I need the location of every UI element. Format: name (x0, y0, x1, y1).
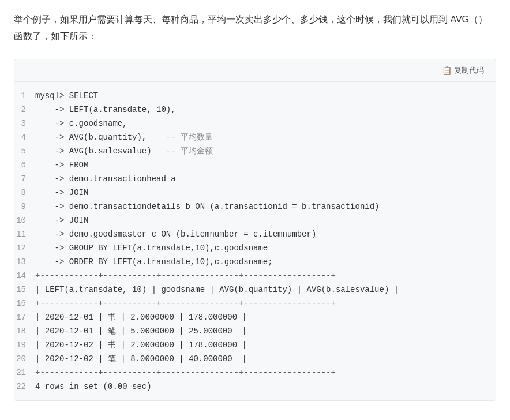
line-code: -> JOIN (35, 214, 88, 227)
line-number: 14 (14, 269, 35, 282)
code-line: 224 rows in set (0.00 sec) (14, 380, 496, 393)
code-line: 18| 2020-12-01 | 笔 | 5.0000000 | 25.0000… (14, 324, 496, 338)
code-line: 10 -> JOIN (14, 213, 496, 227)
line-number: 3 (14, 117, 35, 130)
code-line: 7 -> demo.transactionhead a (14, 172, 496, 186)
code-line: 3 -> c.goodsname, (14, 117, 496, 130)
line-code: -> LEFT(a.transdate, 10), (35, 103, 176, 116)
line-code: -> JOIN (35, 186, 88, 199)
comment-text: -- 平均金额 (166, 147, 213, 156)
code-line: 1mysql> SELECT (14, 89, 496, 103)
line-number: 6 (14, 159, 35, 171)
line-number: 11 (14, 228, 35, 241)
line-code: +------------+-----------+--------------… (35, 297, 336, 310)
line-code: -> demo.goodsmaster c ON (b.itemnumber =… (35, 228, 316, 241)
line-code: mysql> SELECT (35, 89, 98, 102)
line-number: 19 (14, 339, 35, 351)
line-code: +------------+-----------+--------------… (35, 366, 336, 379)
code-line: 8 -> JOIN (14, 186, 496, 200)
code-block: 📋 复制代码 1mysql> SELECT2 -> LEFT(a.transda… (14, 59, 496, 401)
line-code: -> ORDER BY LEFT(a.transdate,10),c.goods… (35, 256, 273, 268)
code-line: 2 -> LEFT(a.transdate, 10), (14, 103, 496, 117)
code-line: 19| 2020-12-02 | 书 | 2.0000000 | 178.000… (14, 338, 496, 352)
line-number: 1 (14, 89, 35, 102)
copy-icon: 📋 (442, 66, 452, 75)
line-number: 17 (14, 311, 35, 324)
code-line: 5 -> AVG(b.salesvalue) -- 平均金额 (14, 144, 496, 158)
line-number: 9 (14, 200, 35, 213)
line-number: 2 (14, 103, 35, 116)
code-line: 6 -> FROM (14, 158, 496, 172)
line-number: 5 (14, 145, 35, 158)
line-number: 22 (14, 380, 35, 393)
line-number: 13 (14, 256, 35, 268)
line-number: 21 (14, 366, 35, 379)
code-line: 9 -> demo.transactiondetails b ON (a.tra… (14, 200, 496, 213)
code-line: 12 -> GROUP BY LEFT(a.transdate,10),c.go… (14, 241, 496, 255)
code-line: 11 -> demo.goodsmaster c ON (b.itemnumbe… (14, 227, 496, 241)
line-number: 20 (14, 352, 35, 365)
code-line: 20| 2020-12-02 | 笔 | 8.0000000 | 40.0000… (14, 352, 496, 366)
line-code: -> GROUP BY LEFT(a.transdate,10),c.goods… (35, 242, 268, 254)
code-line: 14+------------+-----------+------------… (14, 269, 496, 283)
line-code: | 2020-12-02 | 书 | 2.0000000 | 178.00000… (35, 339, 247, 351)
code-line: 13 -> ORDER BY LEFT(a.transdate,10),c.go… (14, 255, 496, 269)
line-code: | 2020-12-01 | 书 | 2.0000000 | 178.00000… (35, 311, 247, 324)
code-line: 16+------------+-----------+------------… (14, 297, 496, 310)
line-number: 8 (14, 186, 35, 199)
line-code: -> demo.transactiondetails b ON (a.trans… (35, 200, 380, 213)
line-code: +------------+-----------+--------------… (35, 269, 336, 282)
line-number: 16 (14, 297, 35, 310)
copy-label: 复制代码 (454, 65, 484, 76)
line-code: -> AVG(b.salesvalue) -- 平均金额 (35, 145, 213, 158)
line-code: | LEFT(a.transdate, 10) | goodsname | AV… (35, 283, 399, 296)
code-content: 1mysql> SELECT2 -> LEFT(a.transdate, 10)… (14, 82, 496, 400)
code-line: 17| 2020-12-01 | 书 | 2.0000000 | 178.000… (14, 310, 496, 324)
line-code: 4 rows in set (0.00 sec) (35, 380, 152, 393)
line-number: 12 (14, 242, 35, 254)
code-block-header: 📋 复制代码 (14, 59, 496, 82)
line-code: -> c.goodsname, (35, 117, 127, 130)
line-code: -> FROM (35, 159, 88, 171)
line-number: 18 (14, 325, 35, 337)
line-number: 15 (14, 283, 35, 296)
comment-text: -- 平均数量 (166, 133, 213, 142)
line-number: 4 (14, 131, 35, 144)
line-code: -> AVG(b.quantity), -- 平均数量 (35, 131, 213, 144)
copy-button[interactable]: 📋 复制代码 (440, 64, 486, 77)
line-code: -> demo.transactionhead a (35, 172, 176, 185)
intro-paragraph: 举个例子，如果用户需要计算每天、每种商品，平均一次卖出多少个、多少钱，这个时候，… (14, 12, 496, 45)
code-line: 15| LEFT(a.transdate, 10) | goodsname | … (14, 283, 496, 297)
code-line: 4 -> AVG(b.quantity), -- 平均数量 (14, 130, 496, 144)
line-number: 10 (14, 214, 35, 227)
line-number: 7 (14, 172, 35, 185)
code-line: 21+------------+-----------+------------… (14, 366, 496, 380)
line-code: | 2020-12-02 | 笔 | 8.0000000 | 40.000000… (35, 352, 247, 365)
line-code: | 2020-12-01 | 笔 | 5.0000000 | 25.000000… (35, 325, 247, 337)
